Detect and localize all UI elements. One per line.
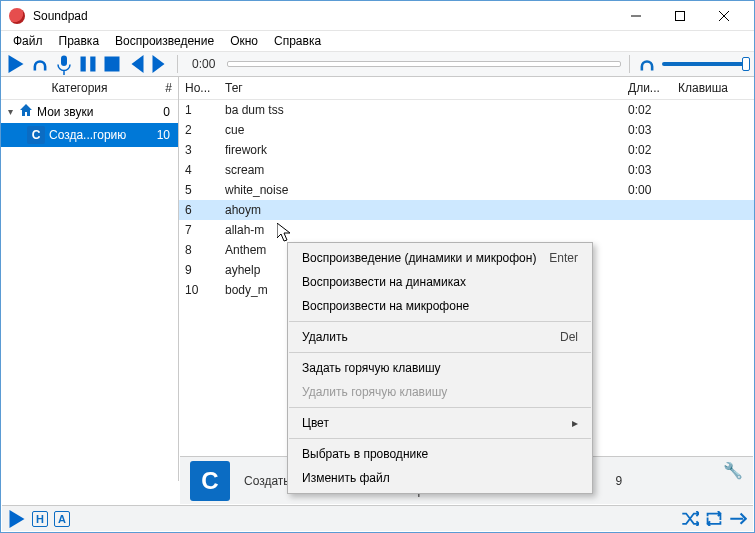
volume-slider[interactable] [662,62,748,66]
chevron-down-icon[interactable]: ▾ [5,106,15,117]
row-hotkey [678,243,748,257]
sidebar-item-category[interactable]: C Созда...горию 10 [1,123,178,147]
wrench-icon[interactable]: 🔧 [723,457,743,480]
row-number: 5 [185,183,225,197]
stop-button[interactable] [103,55,121,73]
row-hotkey [678,223,748,237]
menu-help[interactable]: Справка [268,32,327,50]
context-item-label: Изменить файл [302,471,578,485]
svg-rect-1 [61,55,67,66]
row-number: 4 [185,163,225,177]
maximize-button[interactable] [658,2,702,30]
toolbar: 0:00 [1,51,754,77]
row-number: 3 [185,143,225,157]
counter-value: 9 [615,474,622,488]
context-separator [289,407,591,408]
col-tag[interactable]: Тег [225,81,628,95]
next-button[interactable] [151,55,169,73]
row-tag: ba dum tss [225,103,628,117]
volume-headphones-icon[interactable] [638,55,656,73]
context-item-label: Воспроизведение (динамики и микрофон) [302,251,549,265]
svg-rect-4 [105,57,120,72]
context-item-label: Задать горячую клавишу [302,361,578,375]
list-row[interactable]: 2cue0:03 [179,120,754,140]
menu-file[interactable]: Файл [7,32,49,50]
list-row[interactable]: 3firework0:02 [179,140,754,160]
context-item-label: Воспроизвести на динамиках [302,275,578,289]
row-hotkey [678,263,748,277]
context-menu-item[interactable]: Воспроизведение (динамики и микрофон)Ent… [288,246,592,270]
row-duration [628,283,678,297]
mic-icon[interactable] [55,55,73,73]
sidebar-child-label: Созда...горию [49,128,152,142]
context-menu-item: Удалить горячую клавишу [288,380,592,404]
chevron-right-icon: ▸ [572,416,578,430]
col-duration[interactable]: Дли... [628,81,678,95]
continue-icon[interactable] [729,510,747,528]
row-duration: 0:02 [628,143,678,157]
row-number: 2 [185,123,225,137]
play-button[interactable] [7,55,25,73]
context-item-shortcut: Enter [549,251,578,265]
context-menu-item[interactable]: Воспроизвести на динамиках [288,270,592,294]
progress-bar[interactable] [227,61,621,67]
list-row[interactable]: 6ahoym [179,200,754,220]
context-menu-item[interactable]: Цвет▸ [288,411,592,435]
menu-edit[interactable]: Правка [53,32,106,50]
context-item-label: Удалить горячую клавишу [302,385,578,399]
shuffle-icon[interactable] [681,510,699,528]
menu-window[interactable]: Окно [224,32,264,50]
row-number: 10 [185,283,225,297]
menu-play[interactable]: Воспроизведение [109,32,220,50]
row-tag: firework [225,143,628,157]
row-number: 7 [185,223,225,237]
row-tag: allah-m [225,223,628,237]
category-badge-icon: C [27,126,45,144]
status-bar-lower: Н А [2,505,753,531]
sidebar-item-root[interactable]: ▾ Мои звуки 0 [1,100,178,123]
row-hotkey [678,183,748,197]
svg-rect-0 [676,11,685,20]
context-menu-item[interactable]: Выбрать в проводнике [288,442,592,466]
minimize-button[interactable] [614,2,658,30]
context-menu-item[interactable]: УдалитьDel [288,325,592,349]
row-duration [628,223,678,237]
context-menu: Воспроизведение (динамики и микрофон)Ent… [287,242,593,494]
row-duration [628,203,678,217]
row-tag: ahoym [225,203,628,217]
row-tag: white_noise [225,183,628,197]
list-row[interactable]: 5white_noise0:00 [179,180,754,200]
context-separator [289,321,591,322]
repeat-icon[interactable] [705,510,723,528]
col-number[interactable]: Но... [185,81,225,95]
row-duration: 0:00 [628,183,678,197]
context-separator [289,352,591,353]
play-small-button[interactable] [8,510,26,528]
row-number: 9 [185,263,225,277]
headphones-icon[interactable] [31,55,49,73]
context-item-label: Цвет [302,416,572,430]
context-menu-item[interactable]: Изменить файл [288,466,592,490]
home-icon [19,103,33,120]
pause-button[interactable] [79,55,97,73]
svg-rect-3 [90,57,95,72]
prev-button[interactable] [127,55,145,73]
list-row[interactable]: 4scream0:03 [179,160,754,180]
context-item-label: Воспроизвести на микрофоне [302,299,578,313]
badge-n[interactable]: Н [32,511,48,527]
context-separator [289,438,591,439]
svg-rect-2 [81,57,86,72]
context-menu-item[interactable]: Воспроизвести на микрофоне [288,294,592,318]
list-row[interactable]: 7allah-m [179,220,754,240]
context-item-shortcut: Del [560,330,578,344]
volume-thumb[interactable] [742,57,750,71]
col-hotkey[interactable]: Клавиша [678,81,748,95]
context-menu-item[interactable]: Задать горячую клавишу [288,356,592,380]
list-row[interactable]: 1ba dum tss0:02 [179,100,754,120]
row-tag: scream [225,163,628,177]
sidebar: Категория # ▾ Мои звуки 0 C Созда...гори… [1,77,179,481]
row-duration [628,263,678,277]
sidebar-root-count: 0 [156,105,174,119]
close-button[interactable] [702,2,746,30]
badge-a[interactable]: А [54,511,70,527]
